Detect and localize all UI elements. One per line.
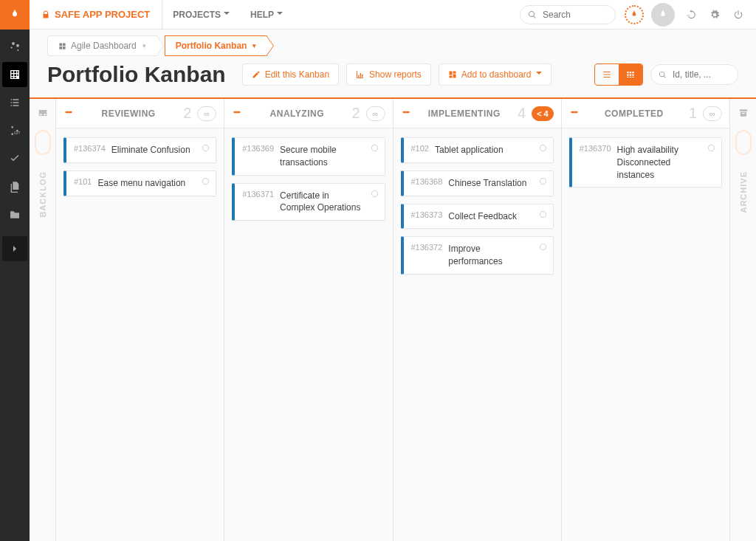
sidebar-item-backlog[interactable] (2, 90, 27, 115)
card-id: #102 (411, 144, 429, 156)
card-title: Certificate in Complex Operations (280, 190, 364, 215)
breadcrumb-item-portfolio-kanban[interactable]: Portfolio Kanban ▾ (165, 35, 268, 56)
svg-text:GIT: GIT (14, 131, 21, 135)
column-cards: #136369Secure mobile transactions#136371… (224, 128, 392, 230)
edit-kanban-button[interactable]: Edit this Kanban (242, 63, 339, 86)
global-search[interactable] (520, 5, 616, 24)
history-icon[interactable] (681, 4, 701, 25)
kanban-card[interactable]: #136372Improve performances (401, 236, 554, 275)
column-wip-badge: ∞ (197, 106, 216, 121)
card-status-icon (202, 144, 210, 154)
card-status-icon (707, 144, 715, 154)
archive-count-pill (735, 130, 752, 155)
kanban-card[interactable]: #136368Chinese Translation (401, 170, 554, 196)
column-name: ANALYZING (248, 108, 346, 119)
column-header: IMPLEMENTING4< 4 (394, 99, 561, 128)
caret-down-icon: ▾ (142, 42, 146, 49)
top-menus: PROJECTS HELP (162, 0, 293, 29)
pencil-icon (252, 70, 261, 79)
collapse-column-icon[interactable] (63, 107, 74, 120)
collapse-column-icon[interactable] (569, 107, 580, 120)
kanban-card[interactable]: #101Ease menu navigation (63, 170, 216, 196)
svg-rect-4 (234, 111, 241, 113)
kanban-column: ANALYZING2∞#136369Secure mobile transact… (224, 99, 393, 541)
app-logo[interactable] (0, 0, 30, 30)
card-status-icon (371, 190, 379, 200)
kanban-card[interactable]: #136374Eliminate Confusion (63, 137, 216, 163)
svg-point-10 (540, 211, 546, 217)
column-header: ANALYZING2∞ (224, 99, 392, 128)
backlog-column[interactable]: BACKLOG (30, 99, 56, 541)
project-name[interactable]: SAFE APP PROJECT (30, 0, 162, 29)
svg-rect-12 (571, 111, 577, 113)
kanban-board: BACKLOG REVIEWING2∞#136374Eliminate Conf… (30, 97, 756, 541)
column-header: COMPLETED1∞ (562, 99, 729, 128)
menu-help[interactable]: HELP (240, 0, 293, 29)
user-avatar[interactable] (651, 3, 675, 27)
card-status-icon (539, 243, 547, 253)
sidebar-item-files[interactable] (2, 202, 27, 227)
view-board-button[interactable] (619, 64, 642, 85)
settings-icon[interactable] (704, 4, 725, 25)
menu-projects[interactable]: PROJECTS (162, 0, 240, 29)
title-row: Portfolio Kanban Edit this Kanban Show r… (30, 62, 756, 97)
column-count: 4 (518, 105, 526, 122)
svg-rect-7 (402, 111, 409, 113)
sidebar-item-boards[interactable] (2, 62, 27, 87)
view-list-button[interactable] (595, 64, 619, 85)
column-name: COMPLETED (585, 108, 683, 119)
caret-down-icon: ▾ (252, 42, 256, 49)
chart-icon (356, 70, 365, 79)
sidebar-item-tasks[interactable] (2, 146, 27, 171)
sidebar-item-docs[interactable] (2, 174, 27, 199)
backlog-count-pill (35, 130, 51, 155)
power-icon[interactable] (728, 4, 749, 25)
kanban-column: REVIEWING2∞#136374Eliminate Confusion#10… (56, 99, 224, 541)
svg-point-11 (540, 244, 546, 250)
activity-indicator[interactable] (625, 5, 644, 24)
global-search-input[interactable] (541, 9, 608, 21)
card-id: #136374 (74, 144, 106, 156)
column-name: IMPLEMENTING (417, 108, 512, 119)
view-toggle (594, 63, 643, 86)
card-title: High availability Disconnected instances (617, 144, 701, 181)
collapse-column-icon[interactable] (232, 107, 242, 120)
sidebar-item-git[interactable]: GIT (2, 118, 27, 143)
column-name: REVIEWING (80, 108, 177, 119)
kanban-card[interactable]: #136370High availability Disconnected in… (569, 137, 722, 187)
filter-cards-input[interactable] (671, 69, 730, 80)
filter-cards[interactable] (650, 64, 738, 85)
card-title: Tablet application (435, 144, 533, 156)
kanban-card[interactable]: #136373Collect Feedback (401, 204, 554, 230)
column-wip-badge: < 4 (532, 106, 554, 121)
svg-point-13 (708, 145, 714, 151)
top-bar: SAFE APP PROJECT PROJECTS HELP (0, 0, 756, 30)
card-id: #101 (74, 177, 92, 190)
column-count: 1 (689, 105, 697, 122)
column-wip-badge: ∞ (366, 106, 385, 121)
left-sidebar: GIT (0, 30, 30, 541)
add-to-dashboard-button[interactable]: Add to dashboard (439, 63, 551, 86)
column-count: 2 (351, 105, 360, 122)
svg-point-8 (540, 145, 546, 151)
kanban-card[interactable]: #136371Certificate in Complex Operations (232, 183, 385, 221)
breadcrumb: Agile Dashboard ▾ Portfolio Kanban ▾ (30, 30, 756, 62)
svg-point-5 (371, 145, 377, 151)
card-id: #136369 (242, 144, 274, 169)
card-title: Collect Feedback (448, 210, 532, 223)
archive-column[interactable]: ARCHIVE (729, 99, 756, 541)
collapse-column-icon[interactable] (401, 107, 411, 120)
show-reports-button[interactable]: Show reports (346, 63, 431, 86)
sidebar-expand[interactable] (2, 236, 27, 261)
column-count: 2 (183, 105, 191, 122)
breadcrumb-item-agile-dashboard[interactable]: Agile Dashboard ▾ (47, 35, 157, 56)
kanban-card[interactable]: #102Tablet application (401, 137, 554, 163)
archive-icon (738, 108, 749, 118)
card-title: Improve performances (448, 243, 532, 268)
column-header: REVIEWING2∞ (56, 99, 224, 128)
caret-down-icon (277, 10, 283, 20)
sidebar-item-admin[interactable] (2, 34, 27, 59)
card-id: #136371 (242, 190, 274, 215)
kanban-card[interactable]: #136369Secure mobile transactions (232, 137, 385, 176)
dashboard-icon (448, 70, 457, 79)
